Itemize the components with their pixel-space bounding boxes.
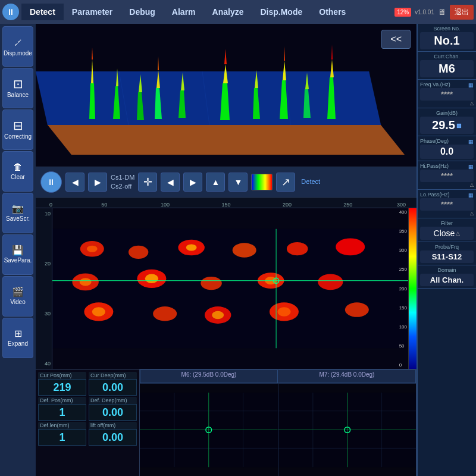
def-len-cell: Def.len(mm) 1 — [38, 422, 86, 446]
screen-no-label: Screen No. — [420, 26, 474, 32]
ruler-tick-100: 100 — [161, 202, 170, 208]
menu-dispmode[interactable]: Disp.Mode — [252, 4, 311, 20]
hipass-up-indicator: △ — [420, 182, 474, 187]
domain-section: Domain All Chan. — [418, 265, 476, 289]
sidebar-btn-dispmode[interactable]: ⟋ Disp.mode — [2, 26, 33, 67]
correcting-icon: ⊟ — [13, 120, 23, 131]
svg-point-37 — [129, 246, 148, 259]
freq-adj-icon: ▦ — [468, 82, 474, 88]
next-button[interactable]: ▶ — [88, 173, 107, 192]
hipass-section: Hi.Pass(Hz) ▦ **** △ — [418, 161, 476, 190]
sidebar-label-video: Video — [10, 299, 25, 305]
pause-button[interactable]: ⏸ — [2, 4, 19, 20]
gain-adj-icon: ▦ — [456, 123, 462, 129]
lopass-label: Lo.Pass(Hz) — [420, 192, 468, 198]
data-row-1: Cur Pos(mm) 219 Cur Deep(mm) 0.00 — [38, 372, 137, 396]
detect-label: Detect — [301, 177, 320, 186]
cur-pos-value: 219 — [38, 379, 86, 396]
cur-pos-label: Cur Pos(mm) — [38, 372, 86, 379]
lopass-row: Lo.Pass(Hz) ▦ — [420, 192, 474, 198]
channel-graphs — [140, 384, 416, 476]
scan-image: 400 350 300 250 200 150 100 50 0 — [52, 208, 416, 369]
gain-label: Gain(dB) — [420, 110, 474, 116]
sidebar-label-expand: Expand — [8, 340, 28, 347]
hipass-value: **** — [420, 170, 474, 182]
freq-va-label: Freq.Va.(Hz) — [420, 82, 468, 87]
rscale-100: 100 — [399, 324, 407, 330]
menu-bar: ⏸ Detect Parameter Debug Alarm Analyze D… — [0, 0, 476, 24]
exit-button[interactable]: 退出 — [450, 5, 474, 20]
lift-off-label: lift off(mm) — [89, 422, 137, 429]
back-button[interactable]: << — [381, 30, 411, 49]
balance-icon: ⊡ — [13, 78, 23, 90]
filter-label: Filter — [420, 220, 474, 226]
step-back-button[interactable]: ◀ — [161, 173, 180, 192]
channel-headers: M6: (29.5dB 0.0Deg) M7: (29.4dB 0.0Deg) — [140, 369, 416, 384]
freq-va-row: Freq.Va.(Hz) ▦ — [420, 82, 474, 88]
svg-point-44 — [80, 278, 92, 286]
ruler-left-30: 30 — [37, 311, 51, 317]
control-bar: ⏸ ◀ ▶ Cs1-DM Cs2-off ✛ ◀ ▶ ▲ ▼ ↗ Detect — [36, 167, 416, 198]
menu-parameter[interactable]: Parameter — [64, 4, 121, 20]
ruler-tick-200: 200 — [283, 202, 292, 208]
cs-labels: Cs1-DM Cs2-off — [111, 173, 134, 192]
sidebar-btn-correcting[interactable]: ⊟ Correcting — [2, 109, 33, 150]
svg-point-57 — [277, 307, 290, 317]
menu-analyze[interactable]: Analyze — [204, 4, 252, 20]
sidebar-btn-expand[interactable]: ⊞ Expand — [2, 318, 33, 358]
filter-val-text: Close — [434, 228, 455, 238]
ruler-left-10: 10 — [37, 211, 51, 217]
svg-point-47 — [201, 277, 222, 290]
rscale-400: 400 — [399, 209, 407, 215]
menu-debug[interactable]: Debug — [121, 4, 164, 20]
svg-point-52 — [92, 307, 105, 317]
sidebar-btn-balance[interactable]: ⊡ Balance — [2, 68, 33, 108]
sidebar-label-savepara: SavePara. — [4, 257, 32, 264]
data-row-3: Def.len(mm) 1 lift off(mm) 0.00 — [38, 422, 137, 446]
menu-alarm[interactable]: Alarm — [164, 4, 204, 20]
hipass-row: Hi.Pass(Hz) ▦ — [420, 163, 474, 170]
lopass-up-indicator: △ — [420, 211, 474, 216]
center-content: << ⏸ ◀ ▶ Cs1-DM Cs2-off ✛ ◀ ▶ ▲ ▼ ↗ Det — [36, 24, 416, 476]
ruler-tick-150: 150 — [221, 202, 230, 208]
clear-icon: 🗑 — [13, 162, 23, 172]
def-deep-cell: Def. Deep(mm) 0.00 — [89, 397, 137, 421]
screen-no-section: Screen No. No.1 — [418, 24, 476, 52]
curr-chan-label: Curr.Chan. — [420, 54, 474, 60]
m7-graph — [278, 384, 416, 476]
viz-3d-area: << — [36, 24, 416, 167]
sidebar-btn-video[interactable]: 🎬 Video — [2, 276, 33, 317]
phase-adj-icon: ▦ — [468, 139, 474, 145]
sidebar-btn-savepara[interactable]: 💾 SavePara. — [2, 234, 33, 275]
sidebar-btn-clear[interactable]: 🗑 Clear — [2, 151, 33, 192]
scan-area: 0 50 100 150 200 250 300 10 20 30 40 — [36, 198, 416, 369]
savepara-icon: 💾 — [12, 246, 24, 255]
savescr-icon: 📷 — [12, 204, 24, 214]
lopass-adj-icon: ▦ — [468, 192, 474, 198]
step-down-button[interactable]: ▼ — [228, 173, 248, 192]
step-up-button[interactable]: ▲ — [206, 173, 225, 192]
right-sidebar: Screen No. No.1 Curr.Chan. M6 Freq.Va.(H… — [416, 24, 476, 476]
control-pause-button[interactable]: ⏸ — [40, 171, 62, 193]
freq-va-section: Freq.Va.(Hz) ▦ **** △ — [418, 80, 476, 108]
svg-point-39 — [186, 244, 197, 250]
expand-arrow-button[interactable]: ↗ — [276, 173, 295, 192]
menu-others[interactable]: Others — [311, 4, 354, 20]
ruler-left-20: 20 — [37, 261, 51, 267]
scan-main: 0 50 100 150 200 250 300 10 20 30 40 — [36, 198, 416, 369]
step-fwd-button[interactable]: ▶ — [183, 173, 202, 192]
move-icon-button[interactable]: ✛ — [138, 173, 157, 192]
version-text: v1.0.01 — [415, 9, 434, 15]
prev-icon: ◀ — [72, 177, 79, 187]
svg-point-58 — [345, 302, 369, 317]
screen-no-value: No.1 — [420, 32, 474, 49]
sidebar-label-balance: Balance — [7, 92, 29, 98]
prev-button[interactable]: ◀ — [65, 173, 84, 192]
expand-icon: ⊞ — [14, 329, 22, 339]
menu-detect[interactable]: Detect — [21, 4, 64, 20]
cur-deep-cell: Cur Deep(mm) 0.00 — [89, 372, 137, 396]
def-pos-value: 1 — [38, 404, 86, 421]
rscale-0: 0 — [399, 362, 407, 368]
sidebar-btn-savescr[interactable]: 📷 SaveScr. — [2, 193, 33, 233]
rscale-250: 250 — [399, 267, 407, 272]
